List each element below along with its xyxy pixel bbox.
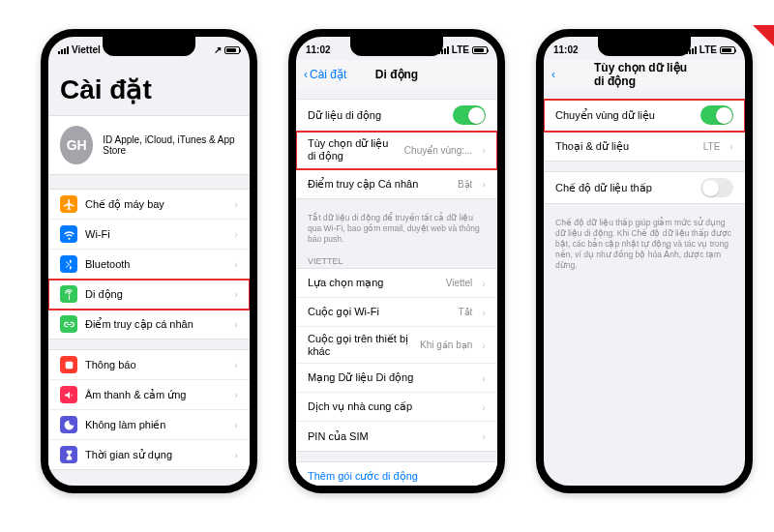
settings-group-connectivity: Chế độ máy bay › Wi-Fi › Bluetooth › Di … — [48, 189, 250, 340]
row-cellular[interactable]: Di động › — [48, 280, 250, 310]
row-notifications[interactable]: Thông báo › — [48, 350, 250, 380]
battery-icon — [224, 46, 240, 54]
chevron-icon: › — [482, 307, 486, 318]
chevron-icon: › — [234, 449, 238, 460]
row-value: Bật — [458, 179, 472, 190]
svg-rect-0 — [65, 361, 73, 369]
link-add-plan[interactable]: Thêm gói cước di động — [296, 461, 497, 491]
chevron-icon: › — [234, 359, 238, 370]
antenna-icon — [60, 285, 77, 303]
row-voice-and-data[interactable]: Thoại & dữ liệu LTE › — [544, 132, 745, 161]
apple-id-row[interactable]: GH ID Apple, iCloud, iTunes & App Store — [48, 115, 250, 175]
network-label: LTE — [700, 44, 717, 55]
location-arrow-icon: ↗ — [214, 44, 222, 55]
row-label: Âm thanh & cảm ứng — [85, 389, 224, 401]
row-label: Tùy chọn dữ liệu di động — [308, 137, 397, 163]
row-label: Cuộc gọi trên thiết bị khác — [308, 333, 412, 357]
page-title: Cài đặt — [48, 60, 250, 115]
nav-bar: ‹ Tùy chọn dữ liệu di động — [544, 60, 745, 89]
chevron-icon: › — [729, 140, 733, 152]
row-dnd[interactable]: Không làm phiền › — [48, 410, 250, 440]
row-label: Chuyển vùng dữ liệu — [555, 109, 693, 122]
row-label: Thời gian sử dụng — [85, 449, 224, 461]
group-roaming: Chuyển vùng dữ liệu Thoại & dữ liệu LTE … — [544, 99, 745, 162]
row-label: Điểm truy cập cá nhân — [85, 318, 224, 331]
chevron-icon: › — [482, 372, 486, 384]
row-carrier-services[interactable]: Dịch vụ nhà cung cấp › — [296, 393, 497, 422]
row-label: Thông báo — [85, 359, 224, 370]
row-wifi[interactable]: Wi-Fi › — [48, 220, 250, 250]
battery-icon — [720, 46, 735, 54]
row-label: Mạng Dữ liệu Di động — [308, 371, 472, 384]
row-value: Chuyển vùng:... — [404, 145, 472, 156]
row-label: Wi-Fi — [85, 228, 224, 240]
chevron-icon: › — [482, 178, 486, 190]
group-low-data: Chế độ dữ liệu thấp — [544, 171, 745, 204]
row-personal-hotspot[interactable]: Điểm truy cập Cá nhân Bật › — [296, 169, 497, 198]
row-label: Chế độ dữ liệu thấp — [555, 182, 693, 194]
row-value: Tắt — [458, 307, 472, 317]
row-label: Cuộc gọi Wi-Fi — [308, 306, 450, 318]
back-label: Cài đặt — [310, 68, 346, 81]
row-value: LTE — [703, 141, 721, 152]
row-label: Lựa chọn mạng — [308, 277, 438, 289]
sound-icon — [60, 386, 77, 403]
row-network-select[interactable]: Lựa chọn mạng Viettel › — [296, 269, 497, 298]
row-cellular-network[interactable]: Mạng Dữ liệu Di động › — [296, 364, 497, 393]
back-button[interactable]: ‹ — [551, 68, 555, 81]
hourglass-icon — [60, 446, 77, 463]
moon-icon — [60, 416, 77, 433]
row-label: Điểm truy cập Cá nhân — [308, 178, 450, 191]
notch — [103, 37, 195, 56]
chevron-icon: › — [234, 258, 238, 270]
chevron-icon: › — [482, 340, 486, 351]
nav-title: Tùy chọn dữ liệu di động — [594, 61, 695, 88]
notch — [598, 37, 691, 56]
chevron-left-icon: ‹ — [551, 68, 555, 81]
toggle-cellular-data[interactable] — [453, 105, 486, 125]
row-label: Bluetooth — [85, 258, 224, 270]
phone-settings-root: Viettel ↗ Cài đặt GH ID Apple, iCloud, i… — [41, 29, 257, 493]
avatar: GH — [60, 126, 93, 164]
row-wifi-calling[interactable]: Cuộc gọi Wi-Fi Tắt › — [296, 298, 497, 327]
chevron-icon: › — [234, 389, 238, 400]
row-sim-pin[interactable]: PIN của SIM › — [296, 422, 497, 451]
group-footer: Chế độ dữ liệu thấp giúp giảm mức sử dụn… — [544, 214, 745, 277]
wifi-icon — [60, 225, 77, 243]
nav-bar: ‹Cài đặt Di động — [296, 60, 497, 89]
time-label: 11:02 — [553, 44, 579, 55]
row-data-roaming[interactable]: Chuyển vùng dữ liệu — [544, 100, 745, 132]
back-button[interactable]: ‹Cài đặt — [304, 68, 346, 81]
battery-icon — [472, 46, 488, 54]
row-hotspot[interactable]: Điểm truy cập cá nhân › — [48, 310, 250, 339]
row-label: Chế độ máy bay — [85, 198, 224, 211]
row-cellular-data[interactable]: Dữ liệu di động — [296, 100, 497, 132]
chevron-icon: › — [482, 401, 486, 413]
phone-cellular: 11:02 LTE ‹Cài đặt Di động Dữ liệu di độ… — [288, 29, 505, 493]
row-airplane-mode[interactable]: Chế độ máy bay › — [48, 190, 250, 220]
row-cellular-options[interactable]: Tùy chọn dữ liệu di động Chuyển vùng:...… — [296, 132, 497, 169]
toggle-low-data[interactable] — [700, 178, 733, 197]
row-sound[interactable]: Âm thanh & cảm ứng › — [48, 380, 250, 410]
group-cellular-main: Dữ liệu di động Tùy chọn dữ liệu di động… — [296, 99, 497, 199]
notch — [350, 37, 443, 56]
row-label: Dịch vụ nhà cung cấp — [308, 400, 472, 413]
row-low-data-mode[interactable]: Chế độ dữ liệu thấp — [544, 172, 745, 203]
chevron-icon: › — [234, 318, 238, 330]
corner-decoration — [753, 25, 774, 46]
row-label: Dữ liệu di động — [308, 109, 445, 122]
nav-title: Di động — [375, 68, 418, 81]
chevron-icon: › — [482, 430, 486, 442]
chevron-icon: › — [234, 228, 238, 240]
row-calls-other-devices[interactable]: Cuộc gọi trên thiết bị khác Khi gần bạn … — [296, 327, 497, 364]
settings-group-alerts: Thông báo › Âm thanh & cảm ứng › Không l… — [48, 349, 250, 470]
network-label: LTE — [452, 44, 469, 55]
row-value: Viettel — [446, 278, 473, 288]
row-bluetooth[interactable]: Bluetooth › — [48, 250, 250, 280]
row-screentime[interactable]: Thời gian sử dụng › — [48, 440, 250, 469]
chevron-icon: › — [482, 278, 486, 289]
notification-icon — [60, 356, 77, 373]
link-icon — [60, 315, 77, 333]
toggle-data-roaming[interactable] — [700, 105, 733, 125]
row-label: Thoại & dữ liệu — [555, 140, 696, 153]
